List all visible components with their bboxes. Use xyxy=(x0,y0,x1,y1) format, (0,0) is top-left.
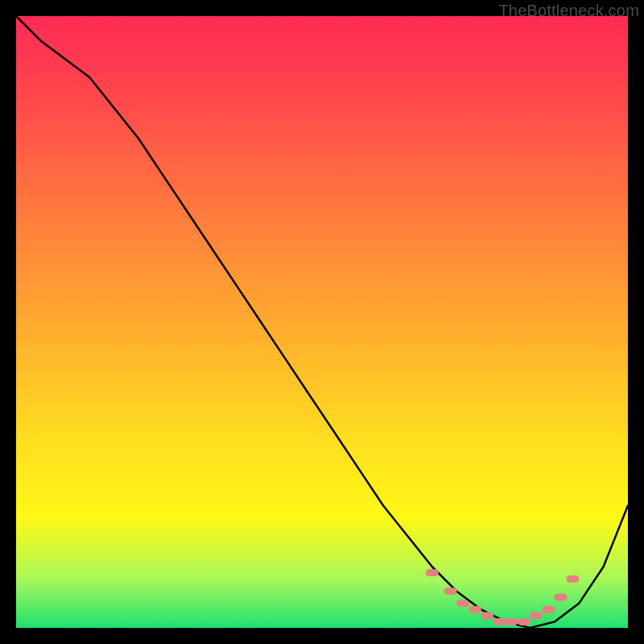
marker-dot xyxy=(444,588,457,595)
marker-dot xyxy=(456,600,469,607)
chart-frame: TheBottleneck.com xyxy=(0,0,644,644)
chart-svg xyxy=(16,16,628,628)
marker-dot xyxy=(506,618,518,625)
marker-dot xyxy=(493,618,506,625)
marker-dot xyxy=(530,612,543,619)
plot-area xyxy=(16,16,628,628)
sweet-spot-markers xyxy=(426,569,580,625)
marker-dot xyxy=(542,606,555,613)
marker-dot xyxy=(469,606,481,613)
marker-dot xyxy=(481,612,493,619)
marker-dot xyxy=(518,618,530,625)
marker-dot xyxy=(554,594,567,601)
marker-dot xyxy=(567,576,580,583)
bottleneck-curve-line xyxy=(16,16,628,628)
marker-dot xyxy=(426,569,439,576)
